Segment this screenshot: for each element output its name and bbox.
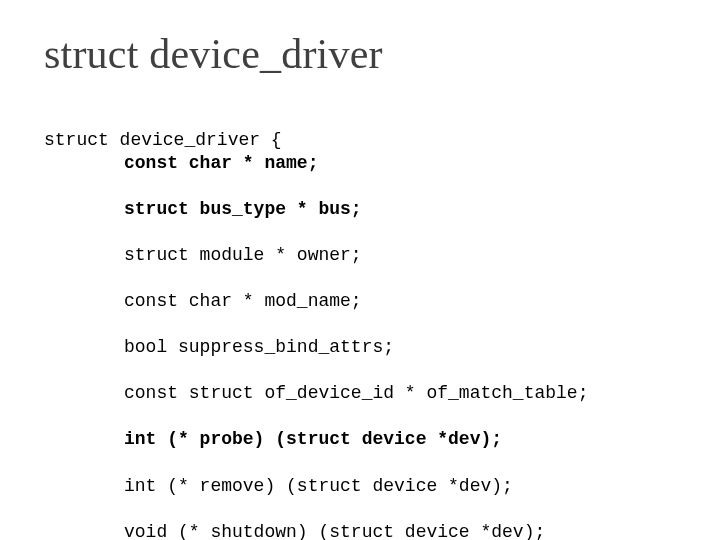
- code-line: struct bus_type * bus;: [44, 198, 680, 221]
- code-line: int (* probe) (struct device *dev);: [44, 428, 680, 451]
- code-line: struct module * owner;: [44, 244, 680, 267]
- code-block: struct device_driver { const char * name…: [44, 106, 680, 540]
- code-line: bool suppress_bind_attrs;: [44, 336, 680, 359]
- code-line: void (* shutdown) (struct device *dev);: [44, 521, 680, 540]
- code-line: struct device_driver {: [44, 130, 282, 150]
- code-line: const char * mod_name;: [44, 290, 680, 313]
- code-line: const char * name;: [44, 152, 680, 175]
- slide: struct device_driver struct device_drive…: [0, 0, 720, 540]
- slide-title: struct device_driver: [44, 30, 680, 78]
- code-line: int (* remove) (struct device *dev);: [44, 475, 680, 498]
- code-line: const struct of_device_id * of_match_tab…: [44, 382, 680, 405]
